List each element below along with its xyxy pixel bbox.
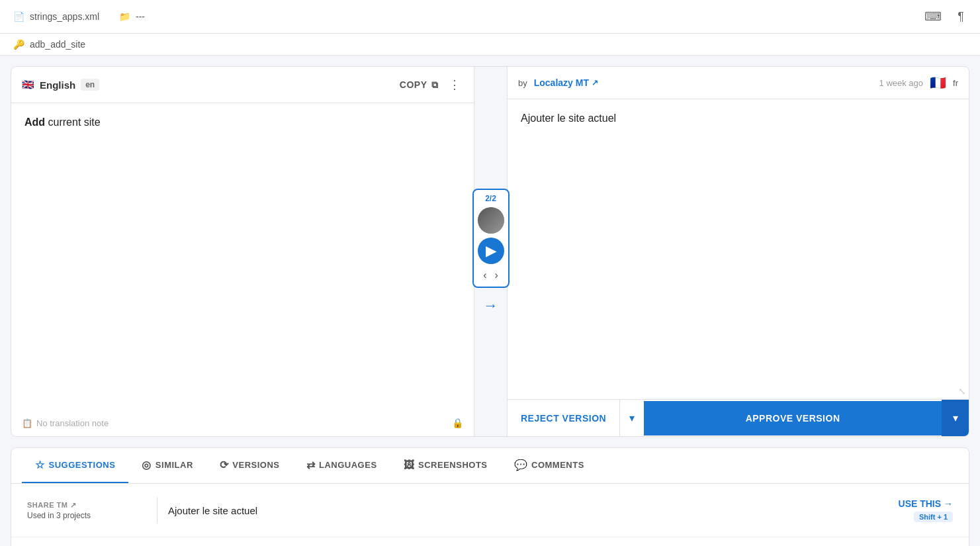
comments-icon: 💬 [514,459,528,471]
screenshots-icon: 🖼 [404,459,415,471]
shortcut-badge-1: Shift + 1 [914,512,953,522]
suggestion-row-2: MACHINE TRANSLATION 🔍 Amazon Ajouter le … [11,537,969,546]
tabs-bar: ☆ SUGGESTIONS ◎ SIMILAR ⟳ VERSIONS ⇄ LAN… [11,448,969,484]
file-path: 📄 strings_apps.xml [13,11,99,22]
tab-languages[interactable]: ⇄ LANGUAGES [293,448,390,483]
suggestion-divider-1 [157,497,157,523]
tab-comments[interactable]: 💬 COMMENTS [501,448,598,483]
languages-label: LANGUAGES [319,460,377,470]
source-text: Add current site [11,103,474,410]
versions-icon: ⟳ [220,459,229,471]
tab-similar[interactable]: ◎ SIMILAR [128,448,206,483]
avatar-image [478,207,504,234]
suggestions-label: SUGGESTIONS [49,460,116,470]
version-count-box: 2/2 ▶ ‹ › [472,189,510,288]
version-nav: ‹ › [480,268,501,283]
key-icon: 🔑 [13,39,24,50]
copy-label: COPY [400,79,427,90]
source-panel: 🇬🇧 English en COPY ⧉ ⋮ Add current site … [11,67,474,436]
source-lang-code: en [81,79,99,91]
tab-suggestions[interactable]: ☆ SUGGESTIONS [22,448,128,483]
target-panel: by Localazy MT ↗ 1 week ago 🇫🇷 fr Ajoute… [508,67,969,436]
direction-arrow: → [484,297,498,314]
resize-handle: ⤡ [958,386,966,396]
source-bold: Add [24,116,45,128]
approve-version-button[interactable]: APPROVE VERSION [644,401,942,435]
source-rest: current site [45,116,101,128]
author-ext-icon: ↗ [592,78,598,87]
time-label: 1 week ago [879,78,924,88]
comments-label: COMMENTS [531,460,584,470]
translation-panel: 🇬🇧 English en COPY ⧉ ⋮ Add current site … [11,66,969,437]
versions-label: VERSIONS [232,460,279,470]
target-lang-code: fr [953,78,958,88]
author-name: Localazy MT [534,77,589,88]
approve-label: APPROVE VERSION [746,413,840,424]
key-name: adb_add_site [30,39,85,50]
note-text: No translation note [36,418,109,428]
copy-icon: ⧉ [431,79,439,91]
share-tm-text: SHARE TM [27,501,67,509]
suggestions-icon: ☆ [35,459,45,471]
action-bar: REJECT VERSION ▾ APPROVE VERSION ▾ [508,399,969,436]
version-column: 2/2 ▶ ‹ › → [474,67,508,436]
note-icon: 📋 [22,418,32,428]
suggestion-row-1: SHARE TM ↗ Used in 3 projects Ajouter le… [11,484,969,537]
approve-dropdown-button[interactable]: ▾ [942,400,969,436]
similar-label: SIMILAR [156,460,193,470]
target-flag: 🇫🇷 [930,75,946,91]
file-name: strings_apps.xml [30,11,99,22]
by-label: by [518,78,527,88]
source-flag: 🇬🇧 [22,79,34,91]
suggestion-text-1: Ajouter le site actuel [168,505,888,516]
version-count: 2/2 [485,194,496,203]
translation-note: 📋 No translation note [22,418,109,428]
target-text-area[interactable]: Ajouter le site actuel ⤡ [508,99,969,399]
tab-screenshots[interactable]: 🖼 SCREENSHOTS [390,449,501,483]
similar-icon: ◎ [142,459,152,471]
reject-dropdown-button[interactable]: ▾ [619,400,644,436]
avatar-user [478,207,504,234]
copy-button[interactable]: COPY ⧉ [400,79,438,91]
use-this-1: USE THIS → Shift + 1 [899,498,953,522]
folder-icon: 📁 [119,11,130,22]
folder-path: 📁 --- [119,11,145,22]
suggestion-source-1: SHARE TM ↗ Used in 3 projects [27,501,146,520]
source-lang: English [40,79,75,91]
target-header: by Localazy MT ↗ 1 week ago 🇫🇷 fr [508,67,969,99]
use-this-button-1[interactable]: USE THIS → [899,498,953,509]
second-bar: 🔑 adb_add_site [0,34,980,56]
share-tm-sub: Used in 3 projects [27,511,146,520]
top-bar-right: ⌨ ¶ [922,7,967,26]
keyboard-button[interactable]: ⌨ [922,7,944,26]
reject-label: REJECT VERSION [521,413,606,424]
author-link[interactable]: Localazy MT ↗ [534,77,598,88]
source-header: 🇬🇧 English en COPY ⧉ ⋮ [11,67,474,103]
key-info: 🔑 adb_add_site [13,39,85,50]
source-footer: 📋 No translation note 🔒 [11,410,474,436]
avatar-robot: ▶ [478,238,504,264]
share-tm-ext: ↗ [70,501,77,509]
languages-icon: ⇄ [306,459,316,471]
reject-version-button[interactable]: REJECT VERSION [508,401,619,435]
screenshots-label: SCREENSHOTS [418,460,487,470]
prev-version-button[interactable]: ‹ [480,268,489,283]
folder-path-text: --- [136,11,145,22]
pilcrow-button[interactable]: ¶ [955,7,967,26]
robot-icon: ▶ [486,243,496,259]
tab-versions[interactable]: ⟳ VERSIONS [206,448,293,483]
next-version-button[interactable]: › [492,268,501,283]
target-text: Ajouter le site actuel [521,113,616,124]
bottom-panel: ☆ SUGGESTIONS ◎ SIMILAR ⟳ VERSIONS ⇄ LAN… [11,447,969,546]
top-bar: 📄 strings_apps.xml 📁 --- ⌨ ¶ [0,0,980,34]
source-lang-badge: 🇬🇧 English en [22,79,99,91]
file-icon: 📄 [13,11,24,22]
main-content: 🇬🇧 English en COPY ⧉ ⋮ Add current site … [0,56,980,546]
share-tm-label: SHARE TM ↗ [27,501,146,510]
lock-icon: 🔒 [452,418,463,428]
more-menu-button[interactable]: ⋮ [446,75,463,95]
